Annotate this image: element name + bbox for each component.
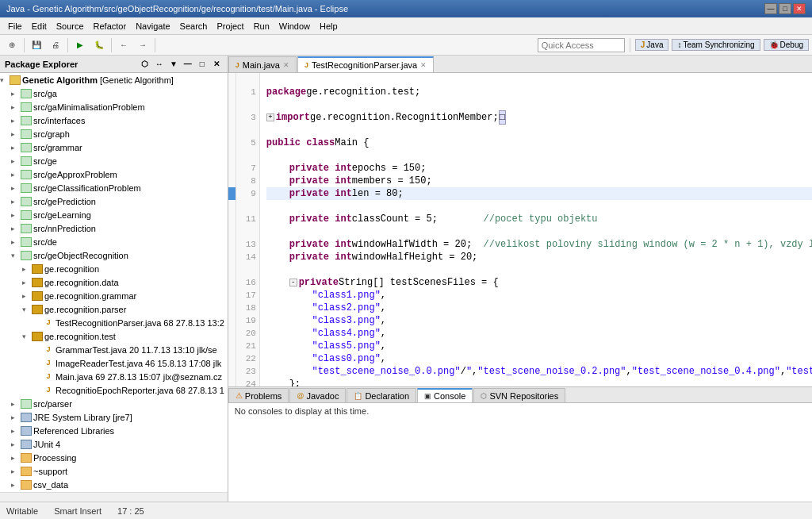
- tree-item[interactable]: ▸csv_data: [0, 478, 228, 491]
- gutter-line: [228, 86, 236, 98]
- maximize-button[interactable]: □: [779, 3, 791, 14]
- team-sync-button[interactable]: ↕ Team Synchronizing: [672, 39, 760, 51]
- menu-item-edit[interactable]: Edit: [27, 20, 52, 33]
- tree-item[interactable]: JImageReaderTest.java 46 15.8.13 17:08 j…: [0, 356, 228, 370]
- tree-item[interactable]: JGrammarTest.java 20 11.7.13 13:10 jlk/s…: [0, 343, 228, 356]
- tree-item[interactable]: ▸src/nnPrediction: [0, 221, 228, 235]
- menu-item-source[interactable]: Source: [52, 20, 89, 33]
- tree-item[interactable]: ▸ge.recognition: [0, 262, 228, 275]
- collapse-all-button[interactable]: ⬡: [139, 58, 151, 71]
- code-area[interactable]: package ge.recognition.test;+ import ge.…: [260, 73, 812, 386]
- tree-item[interactable]: ▸src/gePrediction: [0, 194, 228, 208]
- tree-arrow-icon: ▸: [22, 292, 32, 300]
- tree-item[interactable]: JTestRecognitionParser.java 68 27.8.13 1…: [0, 316, 228, 329]
- tab-declaration[interactable]: 📋 Declaration: [347, 388, 416, 402]
- debug-perspective-button[interactable]: 🐞 Debug: [764, 39, 809, 51]
- tree-item-label: src/interfaces: [33, 116, 85, 125]
- print-button[interactable]: 🖨: [47, 37, 64, 53]
- tree-item[interactable]: ▸ge.recognition.grammar: [0, 289, 228, 302]
- tree-item[interactable]: ▾ge.recognition.parser: [0, 302, 228, 316]
- package-explorer-header: Package Explorer ⬡ ↔ ▼ — □ ✕: [0, 56, 228, 73]
- tab-test-parser[interactable]: J TestRecognitionParser.java ✕: [297, 56, 434, 72]
- window-controls[interactable]: — □ ✕: [764, 3, 806, 14]
- tab-main-java-close[interactable]: ✕: [283, 61, 289, 69]
- view-menu-button[interactable]: ▼: [167, 58, 180, 71]
- debug-button[interactable]: 🐛: [90, 37, 108, 53]
- menu-item-run[interactable]: Run: [249, 20, 274, 33]
- tree-item[interactable]: JRecognitioEpochReporter.java 68 27.8.13…: [0, 383, 228, 397]
- tab-test-parser-close[interactable]: ✕: [420, 61, 427, 69]
- tree-item[interactable]: ▸src/grammar: [0, 140, 228, 154]
- java-file-icon: J: [43, 345, 54, 355]
- run-button[interactable]: ▶: [71, 37, 89, 53]
- menu-item-refactor[interactable]: Refactor: [89, 20, 132, 33]
- tree-item[interactable]: ▸ge.recognition.data: [0, 275, 228, 289]
- tree-item[interactable]: ▸src/geClassificationProblem: [0, 181, 228, 194]
- tree-item[interactable]: ▸src/de: [0, 235, 228, 248]
- main-java-icon: J: [236, 61, 239, 69]
- tree-item[interactable]: ▸src/interfaces: [0, 113, 228, 127]
- code-line: private int windowHalfWidth = 20; //veli…: [266, 238, 812, 251]
- tree-arrow-icon: ▸: [11, 211, 21, 219]
- code-line: [266, 73, 812, 86]
- tree-item[interactable]: ▸src/geApproxProblem: [0, 167, 228, 181]
- line-number: 3: [239, 111, 256, 124]
- tree-arrow-icon: ▾: [22, 306, 32, 313]
- tab-console[interactable]: ▣ Console: [417, 388, 473, 402]
- tree-item[interactable]: ▸src/gaMinimalisationProblem: [0, 100, 228, 113]
- minimize-button[interactable]: —: [764, 3, 777, 14]
- tree-item[interactable]: ▸src/ga: [0, 86, 228, 100]
- line-number: [239, 225, 256, 238]
- tab-javadoc[interactable]: @ Javadoc: [289, 388, 346, 402]
- tree-item-label: Genetic Algorithm [Genetic Algorithm]: [22, 75, 174, 85]
- tree-item[interactable]: ▸JRE System Library [jre7]: [0, 410, 228, 424]
- tab-main-java[interactable]: J Main.java ✕: [228, 56, 297, 72]
- tree-horizontal-scrollbar[interactable]: [0, 492, 228, 502]
- quick-access-input[interactable]: [538, 38, 625, 52]
- link-editor-button[interactable]: ↔: [153, 58, 166, 71]
- tree-item[interactable]: ▸JUnit 4: [0, 437, 228, 451]
- tree-item[interactable]: ▾ge.recognition.test: [0, 329, 228, 343]
- tree-item[interactable]: ▸src/ge: [0, 154, 228, 167]
- tab-svn[interactable]: ⬡ SVN Repositories: [473, 388, 565, 402]
- tree-item[interactable]: ▸src/parser: [0, 397, 228, 410]
- menu-item-search[interactable]: Search: [175, 20, 213, 33]
- tree-item-label: RecognitioEpochReporter.java 68 27.8.13 …: [56, 386, 224, 395]
- tree-item[interactable]: ▸src/graph: [0, 127, 228, 140]
- close-button[interactable]: ✕: [793, 3, 806, 14]
- toolbar: ⊕ 💾 🖨 ▶ 🐛 ← → J Java ↕ Team Synchronizin…: [0, 35, 812, 56]
- new-button[interactable]: ⊕: [3, 37, 21, 53]
- package-explorer-title: Package Explorer: [5, 60, 78, 69]
- menu-item-navigate[interactable]: Navigate: [131, 20, 174, 33]
- tree-arrow-icon: ▸: [11, 467, 21, 475]
- line-number: [239, 149, 256, 162]
- line-number: 19: [239, 314, 256, 327]
- menu-item-window[interactable]: Window: [274, 20, 315, 33]
- menu-item-file[interactable]: File: [3, 20, 27, 33]
- forward-button[interactable]: →: [134, 37, 151, 53]
- maximize-panel-button[interactable]: □: [196, 58, 209, 71]
- line-number: [239, 124, 256, 136]
- code-line: "class3.png",: [266, 314, 812, 327]
- tree-item[interactable]: ▸~support: [0, 464, 228, 478]
- line-number: 17: [239, 289, 256, 302]
- menu-item-project[interactable]: Project: [212, 20, 248, 33]
- tree-item[interactable]: ▸Processing: [0, 451, 228, 464]
- minimize-panel-button[interactable]: —: [182, 58, 194, 71]
- declaration-icon: 📋: [354, 392, 362, 400]
- menu-item-help[interactable]: Help: [315, 20, 343, 33]
- close-panel-button[interactable]: ✕: [210, 58, 223, 71]
- debug-label: Debug: [780, 40, 803, 49]
- tree-item[interactable]: ▸Referenced Libraries: [0, 424, 228, 437]
- back-button[interactable]: ←: [115, 37, 132, 53]
- save-button[interactable]: 💾: [28, 37, 45, 53]
- line-numbers: 1357891113141617181920212223242627282930…: [236, 73, 260, 386]
- line-number: [239, 200, 256, 213]
- tree-item[interactable]: ▾src/geObjectRecognition: [0, 248, 228, 262]
- tab-problems[interactable]: ⚠ Problems: [228, 388, 289, 402]
- tree-item[interactable]: ▾Genetic Algorithm [Genetic Algorithm]: [0, 73, 228, 86]
- java-perspective-button[interactable]: J Java: [635, 39, 669, 51]
- code-editor[interactable]: 1357891113141617181920212223242627282930…: [228, 73, 812, 386]
- tree-item[interactable]: JMain.java 69 27.8.13 15:07 jlx@seznam.c…: [0, 370, 228, 383]
- tree-item[interactable]: ▸src/geLearning: [0, 208, 228, 221]
